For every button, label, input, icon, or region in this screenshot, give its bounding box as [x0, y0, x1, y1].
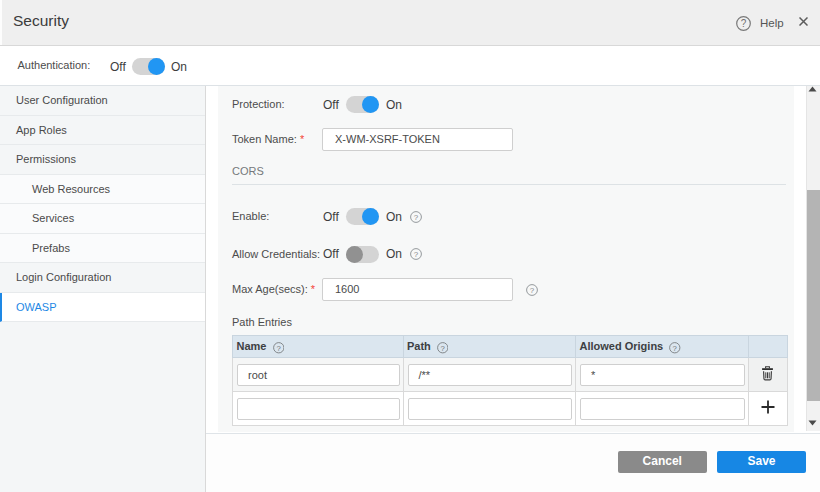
svg-text:?: ? — [413, 213, 418, 222]
svg-text:?: ? — [530, 286, 535, 295]
svg-text:?: ? — [741, 18, 747, 29]
svg-text:?: ? — [276, 344, 281, 353]
svg-text:?: ? — [441, 344, 446, 353]
svg-text:?: ? — [413, 250, 418, 259]
svg-text:?: ? — [673, 344, 678, 353]
